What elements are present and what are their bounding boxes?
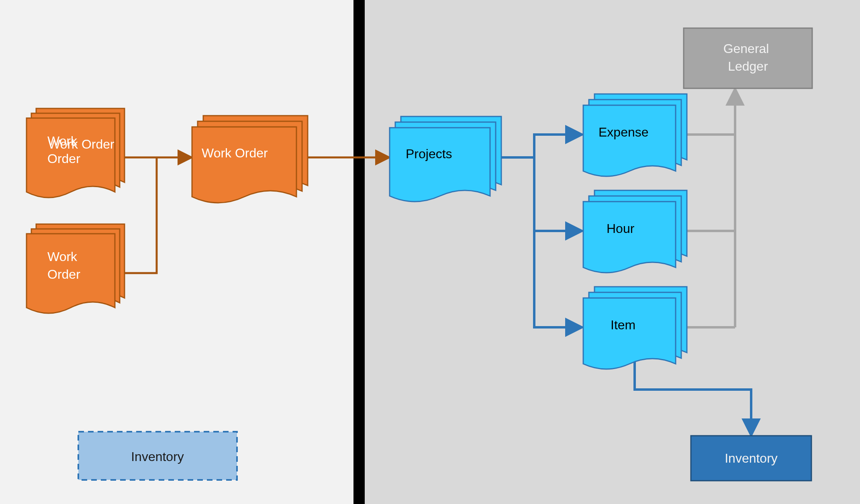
projects-label: Projects bbox=[406, 147, 452, 161]
connectors-left bbox=[125, 157, 192, 273]
work-order-stack-top: Work Order bbox=[0, 0, 125, 198]
projects-stack: Projects bbox=[390, 116, 501, 202]
inventory-placeholder: Inventory bbox=[78, 432, 237, 480]
item-label: Item bbox=[611, 318, 635, 332]
general-ledger-box: General Ledger bbox=[684, 28, 812, 88]
diagram-svg: Work Order Work Order Work Order Work bbox=[0, 0, 860, 504]
connector-item-inventory bbox=[635, 361, 751, 436]
diagram-canvas: { "left": { "work_order_stack_top": "Wor… bbox=[0, 0, 860, 504]
expense-label: Expense bbox=[599, 125, 649, 139]
gl-label-2: Ledger bbox=[728, 59, 768, 73]
hour-stack: Hour bbox=[583, 190, 687, 273]
inventory-box: Inventory bbox=[691, 436, 811, 481]
work-order-main: Work Order bbox=[192, 116, 308, 203]
connectors-to-gl bbox=[685, 88, 735, 327]
expense-stack: Expense bbox=[583, 94, 687, 176]
svg-rect-3 bbox=[684, 28, 812, 88]
inventory-label: Inventory bbox=[725, 451, 778, 465]
item-stack: Item bbox=[583, 287, 687, 369]
connectors-projects-children bbox=[492, 135, 582, 327]
work-order-main-label: Work Order bbox=[202, 146, 268, 160]
inventory-placeholder-label: Inventory bbox=[131, 449, 184, 464]
hour-label: Hour bbox=[607, 221, 635, 236]
gl-label-1: General bbox=[723, 41, 769, 56]
work-order-stack-bottom: Work Order bbox=[27, 224, 125, 313]
